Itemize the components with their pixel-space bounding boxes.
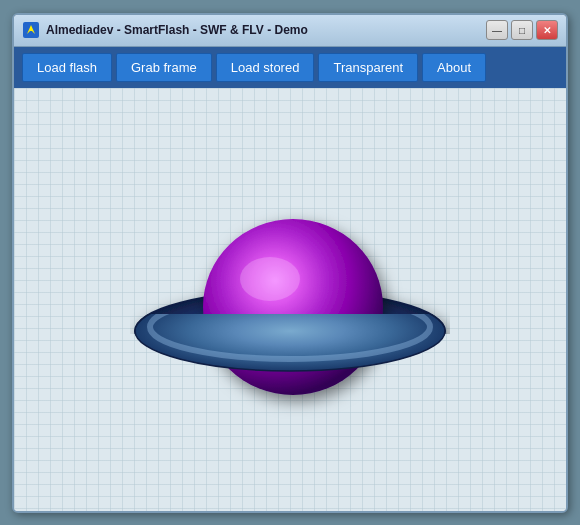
close-button[interactable]: ✕ [536, 20, 558, 40]
about-button[interactable]: About [422, 53, 486, 82]
title-bar: Almediadev - SmartFlash - SWF & FLV - De… [14, 15, 566, 47]
content-area [14, 88, 566, 511]
window-controls: — □ ✕ [486, 20, 558, 40]
load-flash-button[interactable]: Load flash [22, 53, 112, 82]
toolbar: Load flash Grab frame Load stored Transp… [14, 47, 566, 88]
grab-frame-button[interactable]: Grab frame [116, 53, 212, 82]
load-stored-button[interactable]: Load stored [216, 53, 315, 82]
minimize-button[interactable]: — [486, 20, 508, 40]
window-title: Almediadev - SmartFlash - SWF & FLV - De… [46, 23, 486, 37]
maximize-button[interactable]: □ [511, 20, 533, 40]
app-icon [22, 21, 40, 39]
planet-graphic [130, 159, 450, 439]
planet-highlight [240, 257, 300, 301]
main-window: Almediadev - SmartFlash - SWF & FLV - De… [12, 13, 568, 513]
transparent-button[interactable]: Transparent [318, 53, 418, 82]
